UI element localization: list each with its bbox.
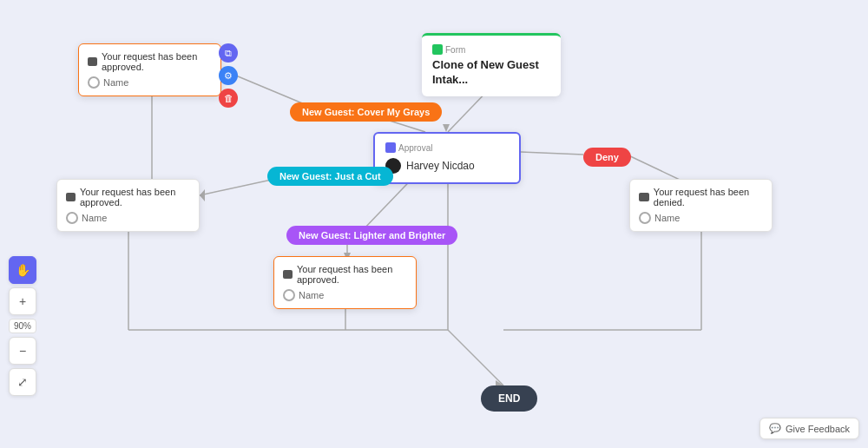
msg-midleft-name: Name [66,212,190,224]
msg-midleft-header: Your request has been approved. [66,187,190,208]
svg-line-7 [521,152,583,155]
node-action-buttons: ⧉ ⚙ 🗑 [219,43,238,108]
pill-deny[interactable]: Deny [583,148,631,167]
settings-button[interactable]: ⚙ [219,66,238,85]
hand-tool-button[interactable]: ✋ [9,256,36,284]
end-node: END [481,385,537,412]
feedback-label: Give Feedback [786,424,850,434]
form-node[interactable]: Form Clone of New Guest Intak... [422,33,561,96]
msg-bottom-name: Name [283,289,407,301]
workflow-canvas[interactable]: Form Clone of New Guest Intak... Approva… [0,0,868,448]
name-icon-3 [283,289,295,301]
message-icon-3 [283,270,293,279]
msg-right-name: Name [639,212,763,224]
svg-marker-19 [200,189,205,201]
approval-icon [385,142,396,153]
feedback-button[interactable]: 💬 Give Feedback [760,418,859,439]
toolbar-left: ✋ + 90% − ⤢ [9,256,36,396]
message-icon [88,57,97,66]
form-node-type: Form [432,44,550,55]
msg-node-topleft[interactable]: Your request has been approved. Name [78,43,221,96]
name-icon-4 [639,212,651,224]
msg-right-header: Your request has been denied. [639,187,763,208]
msg-topleft-name: Name [88,76,212,89]
approval-node[interactable]: Approval Harvey Nicdao [373,132,521,184]
message-icon-4 [639,193,649,201]
name-icon-2 [66,212,78,224]
message-icon-2 [66,193,76,201]
feedback-icon: 💬 [769,423,781,434]
msg-node-midleft[interactable]: Your request has been approved. Name [56,179,200,232]
msg-topleft-header: Your request has been approved. [88,51,212,72]
zoom-level-display: 90% [9,319,36,333]
svg-marker-18 [443,124,450,132]
msg-node-right[interactable]: Your request has been denied. Name [629,179,773,232]
zoom-out-button[interactable]: − [9,337,36,365]
approval-assignee: Harvey Nicdao [385,158,509,174]
pill-teal[interactable]: New Guest: Just a Cut [267,167,393,186]
msg-node-bottom[interactable]: Your request has been approved. Name [273,256,417,309]
approval-node-type: Approval [385,142,509,153]
fullscreen-button[interactable]: ⤢ [9,368,36,396]
form-node-title: Clone of New Guest Intak... [432,58,550,88]
svg-line-10 [448,330,503,385]
delete-button[interactable]: 🗑 [219,89,238,108]
name-icon [88,76,100,89]
copy-button[interactable]: ⧉ [219,43,238,63]
pill-purple[interactable]: New Guest: Lighter and Brighter [286,226,457,245]
form-icon [432,44,443,55]
msg-bottom-header: Your request has been approved. [283,264,407,285]
pill-orange[interactable]: New Guest: Cover My Grays [290,102,442,122]
zoom-in-button[interactable]: + [9,287,36,315]
